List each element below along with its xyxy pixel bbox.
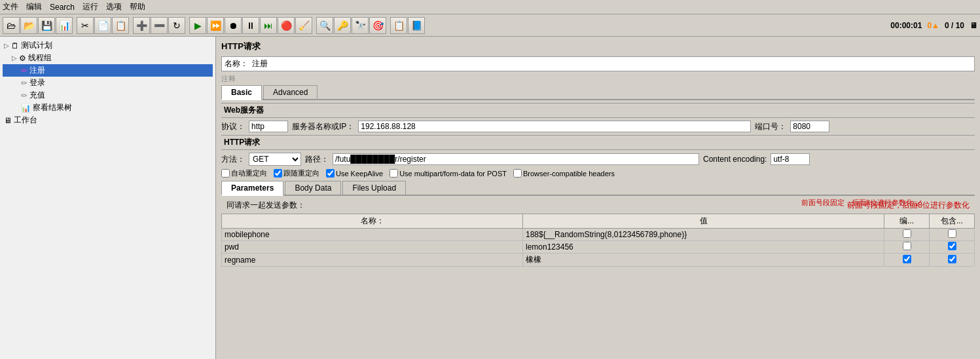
sub-tab-filesupload[interactable]: Files Upload: [342, 181, 406, 195]
toolbar-continue[interactable]: ⏭: [260, 17, 277, 34]
toolbar-save[interactable]: 💾: [38, 17, 55, 34]
menu-edit[interactable]: 编辑: [26, 1, 42, 12]
sidebar-item-results[interactable]: 📊 察看结果树: [3, 102, 213, 114]
toolbar-open[interactable]: 📂: [20, 17, 37, 34]
params-table: 名称： 值 编... 包含... mobilephone 188${__Rand…: [221, 214, 975, 267]
menu-file[interactable]: 文件: [3, 1, 18, 12]
cb-auto-redirect[interactable]: 自动重定向: [221, 168, 267, 178]
comment-label: 注释: [221, 74, 975, 84]
sub-tab-parameters[interactable]: Parameters: [221, 181, 283, 196]
statusbar: 00:00:01 0▲ 0 / 10 🖥: [890, 21, 977, 30]
toolbar-target[interactable]: 🎯: [369, 17, 386, 34]
toolbar-saveas[interactable]: 📊: [56, 17, 73, 34]
web-server-section: Web服务器: [221, 103, 975, 118]
param-include-1[interactable]: [930, 241, 975, 254]
plan-icon: 🗒: [11, 41, 19, 50]
toolbar-key[interactable]: 🔑: [334, 17, 351, 34]
toolbar-run[interactable]: ▶: [189, 17, 206, 34]
cb-browser-compat[interactable]: Browser-compatible headers: [513, 169, 615, 178]
menu-search[interactable]: Search: [50, 3, 75, 12]
sidebar-item-workbench[interactable]: 🖥 工作台: [3, 114, 213, 126]
toolbar-refresh[interactable]: ↻: [168, 17, 185, 34]
toolbar-copy[interactable]: 📄: [94, 17, 111, 34]
tab-basic[interactable]: Basic: [221, 85, 262, 100]
sub-tab-bodydata[interactable]: Body Data: [285, 181, 341, 195]
sidebar-item-label-recharge: 充值: [29, 90, 45, 101]
param-edit-0[interactable]: [884, 229, 930, 241]
toolbar-pause[interactable]: ⏸: [242, 17, 259, 34]
toolbar-cut[interactable]: ✂: [77, 17, 94, 34]
threadgroup-icon: ⚙: [19, 54, 26, 63]
toolbar-stop2[interactable]: 🔴: [278, 17, 295, 34]
param-include-0[interactable]: [930, 229, 975, 241]
sidebar-item-label-results: 察看结果树: [33, 102, 72, 113]
menu-run[interactable]: 运行: [82, 1, 98, 12]
web-server-row: 协议： 服务器名称或IP： 端口号：: [221, 121, 975, 132]
col-header-edit: 编...: [884, 214, 930, 229]
sidebar-item-login[interactable]: ✏ 登录: [3, 77, 213, 89]
sidebar-item-recharge[interactable]: ✏ 充值: [3, 89, 213, 102]
param-value-1: lemon123456: [523, 241, 884, 254]
path-label: 路径：: [305, 154, 329, 165]
param-include-2[interactable]: [930, 254, 975, 267]
protocol-input[interactable]: [249, 121, 288, 132]
cb-follow-redirect-input[interactable]: [274, 169, 282, 178]
content-area: HTTP请求 名称： 注释 Basic Advanced Web服务器 协议： …: [216, 37, 980, 359]
param-edit-1[interactable]: [884, 241, 930, 254]
annotation-text: 前面号段固定，后面8位进行参数化: [801, 198, 913, 208]
status-count: 0 / 10: [945, 21, 964, 30]
param-name-0: mobilephone: [222, 229, 523, 241]
method-row: 方法： GET POST PUT DELETE 路径： Content enco…: [221, 153, 975, 166]
col-header-name: 名称：: [222, 214, 523, 229]
cb-multipart[interactable]: Use multipart/form-data for POST: [390, 169, 507, 178]
name-input[interactable]: [252, 60, 971, 69]
port-label: 端口号：: [755, 121, 786, 132]
col-header-value: 值: [523, 214, 884, 229]
server-input[interactable]: [358, 121, 751, 132]
toolbar-binoculars[interactable]: 🔭: [352, 17, 369, 34]
sidebar-item-threadgroup[interactable]: ▷ ⚙ 线程组: [3, 52, 213, 64]
cb-multipart-input[interactable]: [390, 169, 398, 178]
sidebar-item-label-plan: 测试计划: [21, 40, 52, 51]
sub-tab-bar: Parameters Body Data Files Upload: [221, 181, 975, 196]
tab-advanced[interactable]: Advanced: [263, 85, 318, 99]
toolbar-list[interactable]: 📋: [390, 17, 407, 34]
register-icon: ✏: [21, 66, 27, 75]
name-label: 名称：: [225, 58, 248, 69]
toolbar-book[interactable]: 📘: [408, 17, 425, 34]
toolbar-new[interactable]: 🗁: [3, 17, 20, 34]
params-label: 同请求一起发送参数：: [227, 200, 305, 211]
encoding-input[interactable]: [771, 153, 810, 165]
sidebar: ▷ 🗒 测试计划 ▷ ⚙ 线程组 ✏ 注册 ✏ 登录 ✏ 充值 📊 察看结果树 …: [0, 37, 216, 359]
cb-keepalive-input[interactable]: [326, 169, 335, 178]
main-tab-bar: Basic Advanced: [221, 85, 975, 100]
name-row: 名称：: [221, 56, 975, 71]
toolbar-clear[interactable]: 🧹: [295, 17, 312, 34]
menu-options[interactable]: 选项: [106, 1, 122, 12]
param-value-0: 188${__RandomString(8,0123456789,phone)}: [523, 229, 884, 241]
main-layout: ▷ 🗒 测试计划 ▷ ⚙ 线程组 ✏ 注册 ✏ 登录 ✏ 充值 📊 察看结果树 …: [0, 37, 980, 359]
param-edit-2[interactable]: [884, 254, 930, 267]
table-row: regname 橡橡: [222, 254, 975, 267]
expand-icon-threadgroup: ▷: [12, 54, 17, 62]
cb-browser-compat-input[interactable]: [513, 169, 522, 178]
menu-help[interactable]: 帮助: [130, 1, 145, 12]
sidebar-item-register[interactable]: ✏ 注册: [3, 64, 213, 77]
path-input[interactable]: [333, 153, 699, 165]
toolbar-paste[interactable]: 📋: [112, 17, 129, 34]
expand-icon-plan: ▷: [4, 42, 9, 49]
cb-keepalive[interactable]: Use KeepAlive: [326, 169, 383, 178]
toolbar-stop[interactable]: ⏺: [225, 17, 242, 34]
toolbar-add[interactable]: ➕: [133, 17, 150, 34]
method-select[interactable]: GET POST PUT DELETE: [249, 153, 301, 166]
toolbar-remove[interactable]: ➖: [151, 17, 168, 34]
toolbar-run-all[interactable]: ⏩: [207, 17, 224, 34]
sidebar-item-plan[interactable]: ▷ 🗒 测试计划: [3, 39, 213, 52]
toolbar-search[interactable]: 🔍: [316, 17, 333, 34]
port-input[interactable]: [790, 121, 829, 132]
col-header-include: 包含...: [930, 214, 975, 229]
cb-follow-redirect[interactable]: 跟随重定向: [274, 168, 319, 178]
cb-auto-redirect-input[interactable]: [221, 169, 230, 178]
server-label: 服务器名称或IP：: [292, 121, 354, 132]
sidebar-item-label-login: 登录: [29, 77, 45, 88]
